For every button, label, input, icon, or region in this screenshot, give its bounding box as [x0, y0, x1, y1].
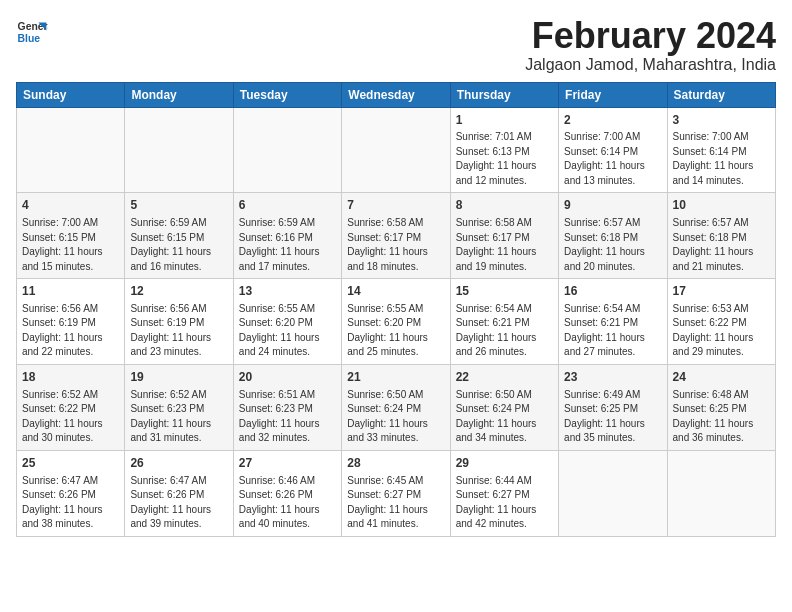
day-info: Sunrise: 6:46 AM Sunset: 6:26 PM Dayligh… [239, 474, 336, 532]
calendar-cell: 7Sunrise: 6:58 AM Sunset: 6:17 PM Daylig… [342, 193, 450, 279]
calendar-cell: 13Sunrise: 6:55 AM Sunset: 6:20 PM Dayli… [233, 279, 341, 365]
day-info: Sunrise: 6:52 AM Sunset: 6:22 PM Dayligh… [22, 388, 119, 446]
day-number: 15 [456, 283, 553, 300]
calendar-title: February 2024 [525, 16, 776, 56]
calendar-cell: 15Sunrise: 6:54 AM Sunset: 6:21 PM Dayli… [450, 279, 558, 365]
calendar-cell: 12Sunrise: 6:56 AM Sunset: 6:19 PM Dayli… [125, 279, 233, 365]
calendar-subtitle: Jalgaon Jamod, Maharashtra, India [525, 56, 776, 74]
day-info: Sunrise: 6:54 AM Sunset: 6:21 PM Dayligh… [564, 302, 661, 360]
day-info: Sunrise: 6:54 AM Sunset: 6:21 PM Dayligh… [456, 302, 553, 360]
day-number: 3 [673, 112, 770, 129]
calendar-table: Sunday Monday Tuesday Wednesday Thursday… [16, 82, 776, 537]
day-number: 27 [239, 455, 336, 472]
header-wednesday: Wednesday [342, 82, 450, 107]
day-info: Sunrise: 6:59 AM Sunset: 6:15 PM Dayligh… [130, 216, 227, 274]
header-sunday: Sunday [17, 82, 125, 107]
day-info: Sunrise: 6:47 AM Sunset: 6:26 PM Dayligh… [130, 474, 227, 532]
calendar-week-4: 18Sunrise: 6:52 AM Sunset: 6:22 PM Dayli… [17, 364, 776, 450]
day-info: Sunrise: 6:57 AM Sunset: 6:18 PM Dayligh… [673, 216, 770, 274]
day-number: 28 [347, 455, 444, 472]
calendar-cell [125, 107, 233, 193]
calendar-cell: 6Sunrise: 6:59 AM Sunset: 6:16 PM Daylig… [233, 193, 341, 279]
day-number: 25 [22, 455, 119, 472]
calendar-week-2: 4Sunrise: 7:00 AM Sunset: 6:15 PM Daylig… [17, 193, 776, 279]
calendar-cell: 11Sunrise: 6:56 AM Sunset: 6:19 PM Dayli… [17, 279, 125, 365]
day-info: Sunrise: 6:50 AM Sunset: 6:24 PM Dayligh… [456, 388, 553, 446]
day-number: 17 [673, 283, 770, 300]
day-number: 8 [456, 197, 553, 214]
day-info: Sunrise: 6:44 AM Sunset: 6:27 PM Dayligh… [456, 474, 553, 532]
calendar-cell [559, 450, 667, 536]
day-info: Sunrise: 6:52 AM Sunset: 6:23 PM Dayligh… [130, 388, 227, 446]
day-info: Sunrise: 7:01 AM Sunset: 6:13 PM Dayligh… [456, 130, 553, 188]
header-friday: Friday [559, 82, 667, 107]
day-number: 20 [239, 369, 336, 386]
calendar-cell: 20Sunrise: 6:51 AM Sunset: 6:23 PM Dayli… [233, 364, 341, 450]
calendar-cell: 2Sunrise: 7:00 AM Sunset: 6:14 PM Daylig… [559, 107, 667, 193]
day-number: 29 [456, 455, 553, 472]
day-info: Sunrise: 6:49 AM Sunset: 6:25 PM Dayligh… [564, 388, 661, 446]
day-number: 14 [347, 283, 444, 300]
header-tuesday: Tuesday [233, 82, 341, 107]
calendar-week-5: 25Sunrise: 6:47 AM Sunset: 6:26 PM Dayli… [17, 450, 776, 536]
calendar-cell: 22Sunrise: 6:50 AM Sunset: 6:24 PM Dayli… [450, 364, 558, 450]
day-info: Sunrise: 7:00 AM Sunset: 6:14 PM Dayligh… [673, 130, 770, 188]
day-number: 21 [347, 369, 444, 386]
calendar-cell [342, 107, 450, 193]
calendar-cell: 5Sunrise: 6:59 AM Sunset: 6:15 PM Daylig… [125, 193, 233, 279]
day-info: Sunrise: 6:56 AM Sunset: 6:19 PM Dayligh… [22, 302, 119, 360]
day-number: 10 [673, 197, 770, 214]
day-info: Sunrise: 6:58 AM Sunset: 6:17 PM Dayligh… [456, 216, 553, 274]
day-number: 2 [564, 112, 661, 129]
weekday-header-row: Sunday Monday Tuesday Wednesday Thursday… [17, 82, 776, 107]
calendar-cell [667, 450, 775, 536]
day-number: 18 [22, 369, 119, 386]
calendar-cell: 25Sunrise: 6:47 AM Sunset: 6:26 PM Dayli… [17, 450, 125, 536]
day-info: Sunrise: 6:55 AM Sunset: 6:20 PM Dayligh… [239, 302, 336, 360]
calendar-week-3: 11Sunrise: 6:56 AM Sunset: 6:19 PM Dayli… [17, 279, 776, 365]
day-number: 16 [564, 283, 661, 300]
day-info: Sunrise: 6:47 AM Sunset: 6:26 PM Dayligh… [22, 474, 119, 532]
day-info: Sunrise: 6:56 AM Sunset: 6:19 PM Dayligh… [130, 302, 227, 360]
day-info: Sunrise: 7:00 AM Sunset: 6:15 PM Dayligh… [22, 216, 119, 274]
day-info: Sunrise: 6:59 AM Sunset: 6:16 PM Dayligh… [239, 216, 336, 274]
calendar-cell: 29Sunrise: 6:44 AM Sunset: 6:27 PM Dayli… [450, 450, 558, 536]
calendar-cell [233, 107, 341, 193]
day-info: Sunrise: 6:55 AM Sunset: 6:20 PM Dayligh… [347, 302, 444, 360]
calendar-cell: 17Sunrise: 6:53 AM Sunset: 6:22 PM Dayli… [667, 279, 775, 365]
page-header: General Blue February 2024 Jalgaon Jamod… [16, 16, 776, 74]
calendar-cell: 9Sunrise: 6:57 AM Sunset: 6:18 PM Daylig… [559, 193, 667, 279]
day-number: 22 [456, 369, 553, 386]
day-info: Sunrise: 7:00 AM Sunset: 6:14 PM Dayligh… [564, 130, 661, 188]
logo-icon: General Blue [16, 16, 48, 48]
calendar-cell: 18Sunrise: 6:52 AM Sunset: 6:22 PM Dayli… [17, 364, 125, 450]
calendar-cell: 24Sunrise: 6:48 AM Sunset: 6:25 PM Dayli… [667, 364, 775, 450]
logo: General Blue [16, 16, 48, 48]
calendar-cell: 21Sunrise: 6:50 AM Sunset: 6:24 PM Dayli… [342, 364, 450, 450]
day-info: Sunrise: 6:58 AM Sunset: 6:17 PM Dayligh… [347, 216, 444, 274]
header-monday: Monday [125, 82, 233, 107]
day-info: Sunrise: 6:57 AM Sunset: 6:18 PM Dayligh… [564, 216, 661, 274]
day-number: 19 [130, 369, 227, 386]
calendar-cell: 3Sunrise: 7:00 AM Sunset: 6:14 PM Daylig… [667, 107, 775, 193]
header-saturday: Saturday [667, 82, 775, 107]
calendar-cell: 8Sunrise: 6:58 AM Sunset: 6:17 PM Daylig… [450, 193, 558, 279]
calendar-week-1: 1Sunrise: 7:01 AM Sunset: 6:13 PM Daylig… [17, 107, 776, 193]
day-number: 9 [564, 197, 661, 214]
day-number: 13 [239, 283, 336, 300]
day-number: 24 [673, 369, 770, 386]
day-number: 7 [347, 197, 444, 214]
calendar-cell: 14Sunrise: 6:55 AM Sunset: 6:20 PM Dayli… [342, 279, 450, 365]
day-number: 4 [22, 197, 119, 214]
day-number: 1 [456, 112, 553, 129]
day-info: Sunrise: 6:51 AM Sunset: 6:23 PM Dayligh… [239, 388, 336, 446]
title-area: February 2024 Jalgaon Jamod, Maharashtra… [525, 16, 776, 74]
day-info: Sunrise: 6:53 AM Sunset: 6:22 PM Dayligh… [673, 302, 770, 360]
day-info: Sunrise: 6:50 AM Sunset: 6:24 PM Dayligh… [347, 388, 444, 446]
calendar-cell: 19Sunrise: 6:52 AM Sunset: 6:23 PM Dayli… [125, 364, 233, 450]
calendar-cell: 28Sunrise: 6:45 AM Sunset: 6:27 PM Dayli… [342, 450, 450, 536]
calendar-cell: 26Sunrise: 6:47 AM Sunset: 6:26 PM Dayli… [125, 450, 233, 536]
svg-text:Blue: Blue [18, 33, 41, 44]
calendar-cell: 27Sunrise: 6:46 AM Sunset: 6:26 PM Dayli… [233, 450, 341, 536]
day-number: 26 [130, 455, 227, 472]
